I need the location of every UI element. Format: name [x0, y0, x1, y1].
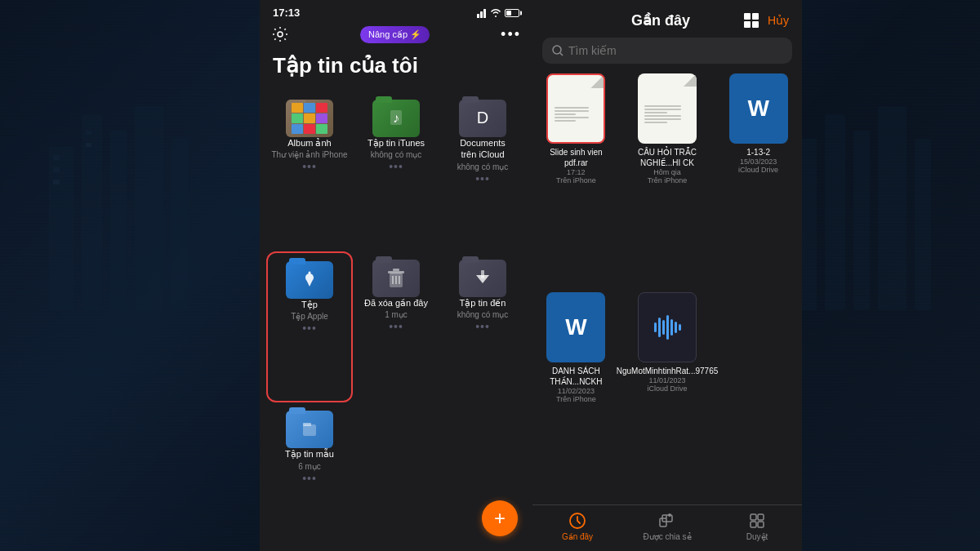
- wifi-icon: [490, 9, 501, 17]
- file-location-rar: Trên iPhone: [556, 176, 596, 184]
- tab-gan-day[interactable]: Gần đây: [549, 512, 606, 541]
- upgrade-badge[interactable]: Nâng cấp ⚡: [360, 26, 430, 43]
- toolbar: Nâng cấp ⚡ •••: [260, 22, 532, 50]
- status-time: 17:13: [273, 7, 300, 19]
- folder-subtitle-apple: Tệp Apple: [291, 312, 327, 321]
- file-icon-rar: [546, 73, 605, 144]
- svg-rect-30: [481, 270, 484, 278]
- file-icon-word2: W: [546, 292, 605, 362]
- file-location-danh-sach: Trên iPhone: [556, 395, 596, 403]
- folder-name-docs: Documentstrên iCloud: [460, 137, 506, 161]
- svg-line-38: [560, 53, 563, 56]
- search-bar[interactable]: [542, 38, 792, 64]
- word-letter-2: W: [565, 314, 586, 340]
- folder-name-itunes: Tập tin iTunes: [368, 137, 425, 149]
- folder-album-anh[interactable]: Album ảnh Thư viện ảnh iPhone •••: [266, 91, 353, 251]
- file-name-1-13-2: 1-13-2: [746, 147, 770, 158]
- folder-dots-apple[interactable]: •••: [302, 322, 317, 335]
- folder-icon-docs: D: [459, 100, 506, 137]
- tab-duyet[interactable]: Duyệt: [728, 512, 786, 541]
- folder-subtitle-docs: không có mục: [457, 162, 509, 171]
- recent-file-1-13-2[interactable]: W 1-13-2 15/03/2023 iCloud Drive: [724, 73, 792, 286]
- folder-name-apple: Tệp: [301, 299, 318, 310]
- status-icons: [477, 8, 519, 18]
- file-icon-audio: [638, 292, 697, 362]
- tab-label-duoc-chia-se: Được chia sẻ: [643, 532, 691, 541]
- svg-rect-40: [660, 518, 666, 527]
- audio-waveform: [654, 315, 681, 340]
- folder-name-incoming: Tập tin đến: [460, 297, 506, 309]
- svg-point-18: [278, 32, 283, 37]
- share-icon: [658, 512, 676, 530]
- svg-rect-25: [393, 269, 399, 271]
- svg-text:D: D: [477, 109, 488, 127]
- more-options-icon[interactable]: •••: [501, 26, 521, 43]
- cancel-button[interactable]: Hủy: [768, 14, 789, 27]
- file-time-rar: 17:12: [567, 168, 586, 176]
- svg-rect-24: [388, 271, 404, 273]
- tab-label-duyet: Duyệt: [746, 532, 768, 541]
- svg-rect-36: [752, 21, 759, 28]
- file-date-1-13-2: 15/03/2023: [740, 158, 777, 166]
- clock-icon: [568, 512, 586, 530]
- recent-file-danh-sach[interactable]: W DANH SÁCHTHẦN...NCKH 11/02/2023 Trên i…: [542, 292, 610, 504]
- folder-dots-docs[interactable]: •••: [475, 172, 490, 185]
- file-date-danh-sach: 11/02/2023: [558, 387, 595, 395]
- folder-apple[interactable]: Tệp Tệp Apple •••: [266, 251, 353, 403]
- svg-rect-31: [303, 424, 316, 436]
- tab-label-gan-day: Gần đây: [562, 532, 593, 541]
- search-input[interactable]: [568, 44, 782, 57]
- folder-docs-icloud[interactable]: D Documentstrên iCloud không có mục •••: [439, 91, 526, 251]
- folder-itunes[interactable]: ♪ Tập tin iTunes không có mục •••: [353, 91, 439, 251]
- folder-dots-deleted[interactable]: •••: [389, 320, 403, 333]
- tab-duoc-chia-se[interactable]: Được chia sẻ: [639, 512, 696, 541]
- file-name-cau-hoi: CÂU HỎI TRẮCNGHIỀ...HI CK: [638, 147, 697, 168]
- search-icon: [552, 45, 564, 56]
- folder-dots-sample[interactable]: •••: [302, 472, 317, 485]
- folder-name-sample: Tập tin mẫu: [285, 448, 334, 460]
- folder-name-album: Album ảnh: [287, 137, 331, 149]
- right-background: [802, 0, 980, 551]
- folder-subtitle-album: Thư viện ảnh iPhone: [271, 150, 347, 159]
- lightning-icon: ⚡: [410, 29, 421, 40]
- settings-icon[interactable]: [271, 25, 289, 43]
- file-grid: Album ảnh Thư viện ảnh iPhone ••• ♪ Tập …: [260, 91, 532, 551]
- folder-incoming[interactable]: Tập tin đến không có mục •••: [439, 251, 526, 403]
- file-location-ngumotnhinh: iCloud Drive: [647, 384, 687, 393]
- folder-name-deleted: Đã xóa gần đây: [364, 297, 428, 309]
- recent-file-cau-hoi[interactable]: CÂU HỎI TRẮCNGHIỀ...HI CK Hôm qia Trên i…: [617, 73, 719, 286]
- fab-add-button[interactable]: +: [482, 500, 518, 536]
- bottom-tab-bar: Gần đây Được chia sẻ Duyệt: [532, 504, 802, 551]
- svg-rect-35: [744, 21, 751, 28]
- signal-icon: [477, 8, 487, 18]
- file-name-danh-sach: DANH SÁCHTHẦN...NCKH: [550, 366, 602, 387]
- folder-icon-sample: [286, 411, 333, 448]
- corner-fold: [590, 75, 604, 88]
- word-letter: W: [747, 96, 768, 122]
- folder-dots-album[interactable]: •••: [302, 160, 317, 173]
- svg-rect-17: [483, 9, 486, 18]
- svg-point-22: [309, 271, 311, 273]
- file-date-ngumotnhinh: 11/01/2023: [648, 376, 685, 384]
- file-name-rar: Slide sinh vienpdf.rar: [550, 147, 602, 168]
- svg-rect-32: [303, 423, 311, 426]
- recent-files-grid: Slide sinh vienpdf.rar 17:12 Trên iPhone…: [532, 73, 802, 504]
- folder-sample[interactable]: Tập tin mẫu 6 mục •••: [266, 402, 353, 551]
- file-name-ngumotnhinh: NguMotMinhtinhRat...97765: [617, 366, 719, 376]
- folder-dots-itunes[interactable]: •••: [389, 160, 403, 173]
- svg-rect-46: [758, 522, 764, 527]
- folder-icon-incoming: [459, 260, 506, 297]
- folder-dots-incoming[interactable]: •••: [475, 320, 490, 333]
- svg-text:♪: ♪: [393, 111, 399, 125]
- svg-rect-16: [480, 11, 483, 18]
- recent-file-ngumotnhinh[interactable]: NguMotMinhtinhRat...97765 11/01/2023 iCl…: [617, 292, 719, 504]
- svg-rect-33: [744, 13, 751, 20]
- file-location-cau-hoi: Trên iPhone: [648, 176, 688, 184]
- grid-view-icon[interactable]: [743, 12, 760, 29]
- svg-rect-15: [477, 14, 479, 18]
- folder-icon-itunes: ♪: [372, 100, 420, 137]
- folder-subtitle-itunes: không có mục: [371, 150, 422, 159]
- right-panel: Gần đây Hủy: [532, 0, 802, 551]
- folder-deleted[interactable]: Đã xóa gần đây 1 mục •••: [353, 251, 439, 403]
- recent-file-slide-rar[interactable]: Slide sinh vienpdf.rar 17:12 Trên iPhone: [542, 73, 610, 286]
